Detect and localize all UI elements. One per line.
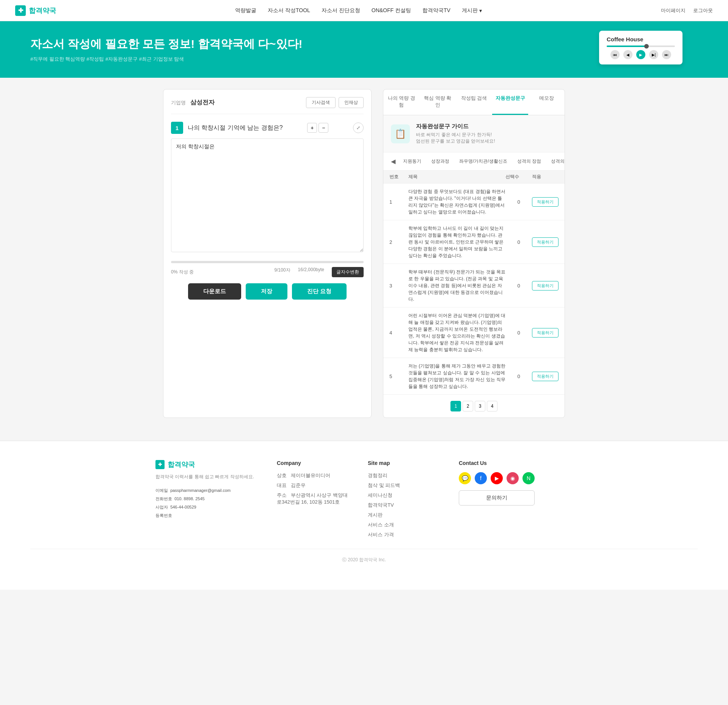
page-btn-1[interactable]: 1 xyxy=(450,401,461,411)
footer-copyright: ⓒ 2020 합격약국 Inc. xyxy=(30,549,698,571)
footer-email: passpharmmanager@gmail.com xyxy=(170,488,231,493)
footer-phone: 010. 8898. 2545 xyxy=(174,496,205,501)
footer-sitemap-item-1[interactable]: 첨삭 및 피드백 xyxy=(368,482,444,489)
apply-btn-4[interactable]: 적용하기 xyxy=(532,328,559,338)
question-num-row: 1 나의 학창시절 기억에 남는 경험은? + − ⤢ xyxy=(171,122,364,134)
company-buttons: 기사검색 인재상 xyxy=(306,97,364,108)
save-button[interactable]: 저장 xyxy=(246,283,287,300)
remove-question-button[interactable]: − xyxy=(318,123,328,133)
guide-text: 자동완성문구 가이드 바로 써먹기 좋은 예시 문구가 한가득! 엄선된 문구를… xyxy=(416,123,495,144)
footer-reg-label: 등록번호 xyxy=(155,513,172,518)
question-number: 1 xyxy=(171,122,183,134)
kakao-icon[interactable]: 💬 xyxy=(459,472,471,484)
footer-sitemap-item-5[interactable]: 서비스 소개 xyxy=(368,521,444,528)
page-btn-2[interactable]: 2 xyxy=(463,401,473,411)
cat-tab-strength[interactable]: 성격의 장점 xyxy=(513,156,545,166)
category-prev-button[interactable]: ◀ xyxy=(389,158,397,165)
facebook-icon[interactable]: f xyxy=(475,472,487,484)
footer-company-col: Company 상호 제이더블유미디어 대표 김준우 주소 부산광역시 사상구 … xyxy=(277,460,353,541)
hero-back-btn[interactable]: ◀ xyxy=(623,50,632,59)
download-button[interactable]: 다운로드 xyxy=(188,283,241,300)
contact-button[interactable]: 문의하기 xyxy=(459,490,535,506)
table-row: 4 어린 시절부터 이어온 관심 덕분에 (기업명)에 대해 늘 애정을 갖고 … xyxy=(383,308,565,358)
hero-slider[interactable] xyxy=(607,46,675,47)
category-tabs: ◀ 지원동기 성장과정 좌우명/가치관/생활신조 성격의 장점 성격의 단점 위… xyxy=(383,152,565,171)
instagram-icon[interactable]: ◉ xyxy=(507,472,519,484)
pagination: 1 2 3 4 xyxy=(383,395,565,418)
question-title: 나의 학창시절 기억에 남는 경험은? xyxy=(188,124,283,132)
nav-item-jasoseo-diagnosis[interactable]: 자소서 진단요청 xyxy=(322,7,360,14)
hero-next-btn[interactable]: ⏭ xyxy=(662,50,671,59)
row-count-1: 0 xyxy=(505,199,532,205)
left-panel: 기업명 삼성전자 기사검색 인재상 1 나의 학창시절 기억에 남는 경험은? … xyxy=(163,89,372,418)
nav-mypage[interactable]: 마이페이지 xyxy=(661,7,686,14)
logo[interactable]: ✚ 합격약국 xyxy=(15,5,56,16)
cat-tab-growth[interactable]: 성장과정 xyxy=(427,156,453,166)
cat-tab-motto[interactable]: 좌우명/가치관/생활신조 xyxy=(455,156,511,166)
logo-text: 합격약국 xyxy=(29,6,56,15)
hero-skip-btn[interactable]: ▶| xyxy=(649,50,658,59)
cat-tab-jiwondong[interactable]: 지원동기 xyxy=(399,156,425,166)
talent-info-button[interactable]: 인재상 xyxy=(339,97,364,108)
progress-bar xyxy=(171,261,364,263)
col-header-num: 번호 xyxy=(389,174,408,180)
row-apply-2: 적용하기 xyxy=(532,237,559,247)
footer-company-value-0: 제이더블유미디어 xyxy=(291,473,330,478)
page-btn-4[interactable]: 4 xyxy=(487,401,497,411)
question-box: 1 나의 학창시절 기억에 남는 경험은? + − ⤢ 저의 학창시절은 xyxy=(171,122,364,253)
table-row: 2 학부에 입학하고 나서도 이 길이 내 길이 맞는지 끊임없이 경험을 통해… xyxy=(383,220,565,264)
footer-sitemap-item-2[interactable]: 세미나신청 xyxy=(368,492,444,499)
page-btn-3[interactable]: 3 xyxy=(475,401,485,411)
apply-btn-2[interactable]: 적용하기 xyxy=(532,237,559,247)
footer-company-value-2: 부산광역시 사상구 백양대로342번길 16, 102동 1501호 xyxy=(277,492,348,505)
apply-btn-5[interactable]: 적용하기 xyxy=(532,372,559,381)
footer-sitemap-item-3[interactable]: 합격약국TV xyxy=(368,502,444,509)
footer-sitemap-item-4[interactable]: 게시판 xyxy=(368,512,444,518)
footer-company-label-1: 대표 xyxy=(277,482,287,488)
add-question-button[interactable]: + xyxy=(307,123,317,133)
company-label: 기업명 xyxy=(171,100,186,105)
answer-textarea[interactable]: 저의 학창시절은 xyxy=(171,138,364,252)
footer-company-value-1: 김준우 xyxy=(291,482,306,488)
footer-company-item-0: 상호 제이더블유미디어 xyxy=(277,472,353,479)
row-count-4: 0 xyxy=(505,330,532,336)
hero-prev-btn[interactable]: ⏮ xyxy=(610,50,620,59)
row-count-2: 0 xyxy=(505,239,532,245)
tab-writing-tips[interactable]: 작성팁 검색 xyxy=(456,89,492,115)
action-buttons: 다운로드 저장 진단 요청 xyxy=(171,283,364,300)
naver-icon[interactable]: N xyxy=(522,472,535,484)
footer-phone-label: 전화번호 xyxy=(155,496,172,501)
chevron-down-icon: ▾ xyxy=(479,8,482,14)
tab-memo[interactable]: 메모장 xyxy=(528,89,565,115)
hero-play-btn[interactable]: ▶ xyxy=(636,50,645,59)
table-row: 5 저는 (기업명)을 통해 제가 그동안 배우고 경험한 것들을 펼쳐보고 싶… xyxy=(383,358,565,395)
nav-logout[interactable]: 로그아웃 xyxy=(693,7,713,14)
font-change-button[interactable]: 글자수변환 xyxy=(332,267,364,277)
row-apply-5: 적용하기 xyxy=(532,372,559,381)
footer-inner: ✚ 합격약국 합격약국 이력서를 통해 쉽고 빠르게 작성하세요. 이메일 pa… xyxy=(155,460,573,541)
footer-social: 💬 f ▶ ◉ N xyxy=(459,472,535,484)
footer-sitemap-item-0[interactable]: 경험정리 xyxy=(368,472,444,479)
tab-core-competency[interactable]: 핵심 역량 확인 xyxy=(420,89,456,115)
youtube-icon[interactable]: ▶ xyxy=(491,472,503,484)
apply-btn-3[interactable]: 적용하기 xyxy=(532,281,559,290)
nav-item-jasoseo-tool[interactable]: 자소서 작성TOOL xyxy=(268,7,310,14)
expand-button[interactable]: ⤢ xyxy=(353,122,364,133)
tab-autocomplete[interactable]: 자동완성문구 xyxy=(492,89,529,115)
diagnose-button[interactable]: 진단 요청 xyxy=(292,283,347,300)
progress-bar-row xyxy=(171,261,364,263)
cat-tab-weakness[interactable]: 성격의 단점 xyxy=(547,156,565,166)
footer-sitemap-title: Site map xyxy=(368,460,444,466)
tabs-row: 나의 역량 경험 핵심 역량 확인 작성팁 검색 자동완성문구 메모장 xyxy=(383,89,565,115)
row-apply-1: 적용하기 xyxy=(532,197,559,207)
footer-sitemap-item-6[interactable]: 서비스 가격 xyxy=(368,531,444,538)
nav-item-consulting[interactable]: ON&OFF 컨설팅 xyxy=(372,7,411,14)
apply-btn-1[interactable]: 적용하기 xyxy=(532,197,559,207)
news-search-button[interactable]: 기사검색 xyxy=(306,97,336,108)
nav-item-tv[interactable]: 합격약국TV xyxy=(422,7,450,14)
nav-item-board[interactable]: 게시판 ▾ xyxy=(462,7,482,14)
table-header: 번호 제목 선택수 적용 xyxy=(383,171,565,184)
nav-item-yeokyang[interactable]: 역량발굴 xyxy=(235,7,256,14)
tab-my-experience[interactable]: 나의 역량 경험 xyxy=(383,89,420,115)
footer-biz: 546-44-00529 xyxy=(170,505,196,509)
